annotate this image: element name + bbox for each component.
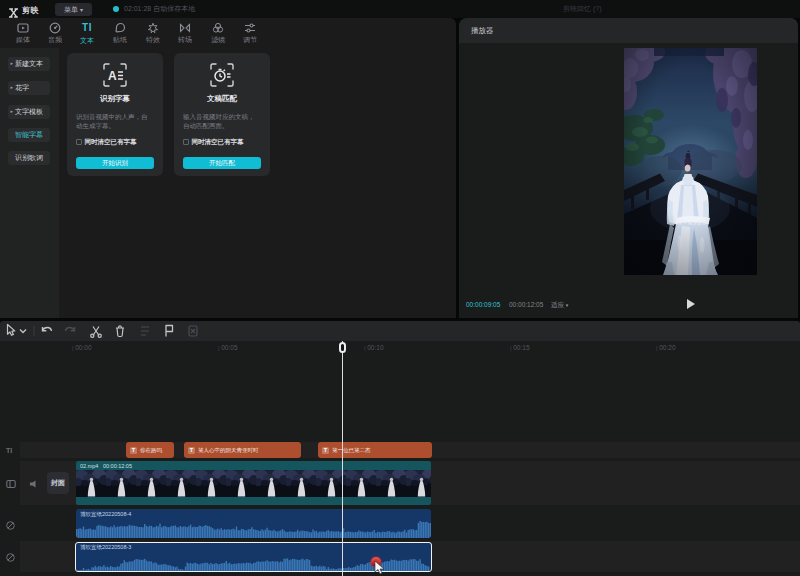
svg-text:A: A (108, 69, 117, 83)
